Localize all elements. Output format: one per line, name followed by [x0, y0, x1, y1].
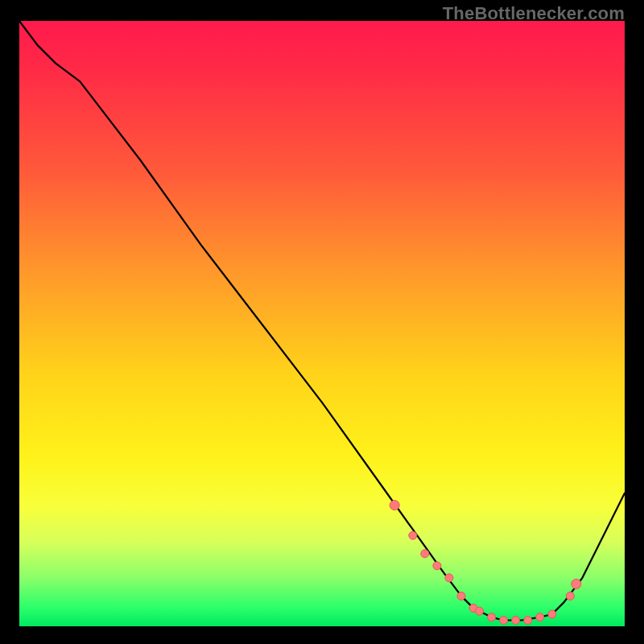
highlight-dot: [476, 607, 484, 615]
highlight-dots: [390, 501, 581, 625]
chart-frame: TheBottlenecker.com: [0, 0, 644, 644]
highlight-dot: [421, 550, 429, 558]
heat-gradient-plot-area: [19, 21, 625, 626]
highlight-dot: [548, 610, 556, 618]
attribution-label: TheBottlenecker.com: [443, 3, 625, 24]
highlight-dot: [524, 617, 532, 625]
highlight-dot: [572, 579, 581, 588]
curve-layer: [19, 21, 625, 626]
highlight-dot: [390, 501, 399, 510]
highlight-dot: [536, 613, 544, 621]
highlight-dot: [566, 592, 574, 600]
highlight-dot: [488, 613, 496, 621]
highlight-dot: [433, 562, 441, 570]
bottleneck-curve: [19, 21, 625, 621]
highlight-dot: [409, 531, 417, 539]
highlight-dot: [512, 617, 520, 625]
highlight-dot: [457, 592, 465, 600]
highlight-dot: [500, 617, 508, 625]
highlight-dot: [445, 574, 453, 582]
